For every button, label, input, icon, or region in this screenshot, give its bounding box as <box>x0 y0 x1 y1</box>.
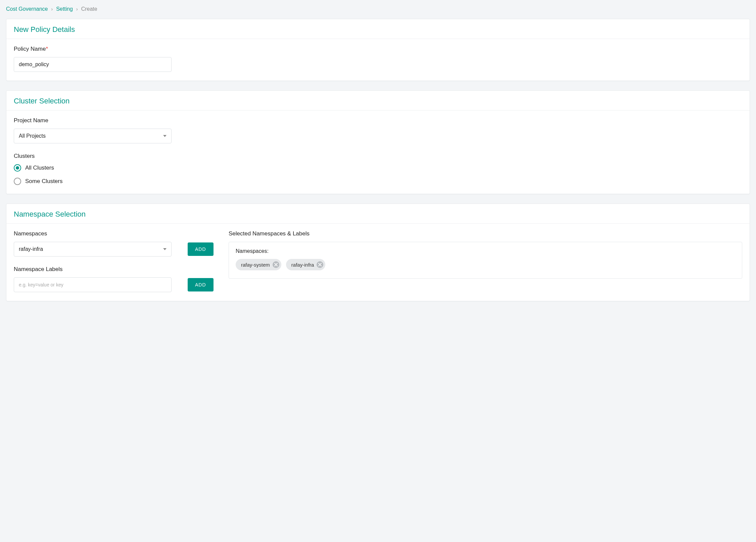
radio-unchecked-icon <box>14 178 21 185</box>
namespace-labels-label: Namespace Labels <box>14 266 215 273</box>
namespace-select[interactable]: rafay-infra <box>14 242 172 257</box>
add-label-button[interactable]: ADD <box>188 278 214 291</box>
project-name-select[interactable]: All Projects <box>14 129 172 143</box>
chevron-right-icon: › <box>51 6 53 12</box>
policy-name-label-text: Policy Name <box>14 46 46 52</box>
radio-checked-icon <box>14 164 21 172</box>
chevron-right-icon: › <box>76 6 78 12</box>
namespace-chip: rafay-infra <box>286 259 326 270</box>
project-name-label: Project Name <box>14 117 742 124</box>
required-asterisk: * <box>46 46 48 52</box>
card-header: Cluster Selection <box>6 91 750 110</box>
selected-namespaces-sublabel: Namespaces: <box>236 248 735 254</box>
project-name-value: All Projects <box>19 133 46 139</box>
policy-details-card: New Policy Details Policy Name* <box>6 19 750 81</box>
card-header: Namespace Selection <box>6 204 750 224</box>
breadcrumb-current: Create <box>81 6 97 12</box>
namespace-chip-label: rafay-system <box>241 262 270 268</box>
caret-down-icon <box>163 248 167 250</box>
namespace-chip-label: rafay-infra <box>291 262 314 268</box>
radio-some-clusters[interactable]: Some Clusters <box>14 178 742 185</box>
add-namespace-button[interactable]: ADD <box>188 242 214 256</box>
radio-some-clusters-label: Some Clusters <box>25 178 62 185</box>
breadcrumb-setting[interactable]: Setting <box>56 6 73 12</box>
radio-all-clusters-label: All Clusters <box>25 165 54 171</box>
policy-details-title: New Policy Details <box>14 25 742 34</box>
selected-namespaces-header: Selected Namespaces & Labels <box>229 230 742 237</box>
namespace-labels-input[interactable] <box>14 277 172 292</box>
breadcrumb: Cost Governance › Setting › Create <box>6 6 750 12</box>
caret-down-icon <box>163 135 167 137</box>
clusters-label: Clusters <box>14 153 742 160</box>
cluster-selection-title: Cluster Selection <box>14 97 742 105</box>
namespace-selection-title: Namespace Selection <box>14 210 742 219</box>
cluster-selection-card: Cluster Selection Project Name All Proje… <box>6 90 750 194</box>
radio-all-clusters[interactable]: All Clusters <box>14 164 742 172</box>
namespace-chip: rafay-system <box>236 259 281 270</box>
close-icon[interactable] <box>317 261 323 268</box>
policy-name-input[interactable] <box>14 57 172 72</box>
namespaces-label: Namespaces <box>14 230 215 237</box>
policy-name-label: Policy Name* <box>14 46 742 52</box>
selected-namespace-chips: rafay-system rafay-infra <box>236 259 735 270</box>
namespace-selection-card: Namespace Selection Namespaces rafay-inf… <box>6 204 750 301</box>
card-header: New Policy Details <box>6 19 750 39</box>
namespace-select-value: rafay-infra <box>19 246 43 252</box>
close-icon[interactable] <box>273 261 279 268</box>
breadcrumb-cost-governance[interactable]: Cost Governance <box>6 6 48 12</box>
selected-namespaces-box: Namespaces: rafay-system rafay-infra <box>229 242 742 279</box>
